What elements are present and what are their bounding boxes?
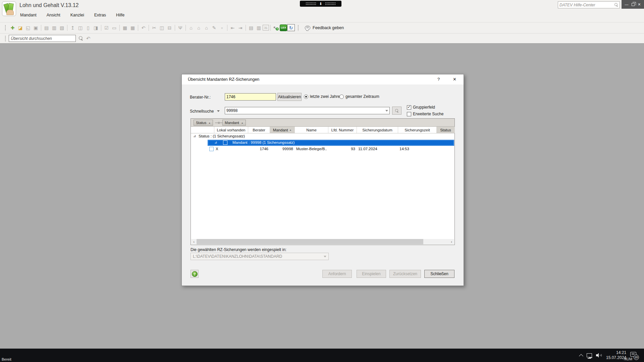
transfer-icon[interactable]: ◫ [76,24,84,31]
document-check-icon[interactable]: ▥ [255,24,263,31]
company-search-icon[interactable]: ⌂ [195,24,203,31]
mini-calendar-icon[interactable]: ▫ [218,24,226,31]
group-chip-mandant[interactable]: Mandant ▲ [222,120,246,126]
reset-search-icon[interactable]: ↶ [86,36,91,42]
horizontal-scrollbar[interactable]: ‹ › [191,239,454,244]
undo-icon[interactable]: ↶ [140,24,147,31]
gruppierfeld-checkbox[interactable]: Gruppierfeld [407,105,435,110]
company-icon[interactable]: ⌂ [187,24,195,31]
chevron-down-icon[interactable] [385,110,388,112]
group-chip-status[interactable]: Status ▲ [194,120,213,126]
tray-expand-icon[interactable] [579,354,583,358]
schlie-en-button[interactable]: Schließen [424,270,454,278]
column-header-sicherungszeit[interactable]: Sicherungszeit [398,127,437,133]
application-chrome: Lohn und Gehalt V.13.12 MandantAnsichtKa… [0,0,644,44]
paste-icon[interactable]: ⊟ [166,24,173,31]
column-header-select[interactable] [191,127,214,133]
new-document-icon[interactable]: ✚ [9,24,16,31]
radio-letzte-zwei-jahre[interactable]: letzte zwei Jahre [304,94,340,99]
column-header-label: Lfd. Nummer [331,128,354,132]
berater-nr-input[interactable] [225,93,276,101]
restore-button[interactable] [632,3,635,6]
column-header-sicherungsdatum[interactable]: Sicherungsdatum [357,127,398,133]
toolbar-separator [119,25,120,31]
toolbar-drag-handle[interactable] [5,25,6,31]
calendar-month-icon[interactable]: ▦ [129,24,137,31]
next-document-icon[interactable]: ⇥ [236,24,244,31]
send-icon[interactable]: ◨ [92,24,100,31]
action-center-icon[interactable]: 20 [630,352,638,359]
column-header-mandant[interactable]: Mandant▲ [270,127,295,133]
scroll-left-icon[interactable]: ‹ [191,239,197,244]
lex-info-icon[interactable]: LEX [280,24,287,31]
aktualisieren-button[interactable]: Aktualisieren [277,93,302,101]
column-header-berater[interactable]: Berater [248,127,270,133]
dialog-help-button[interactable]: ? [437,77,440,82]
menu-item-ansicht[interactable]: Ansicht [46,12,61,18]
erweiterte-suche-checkbox[interactable]: Erweiterte Suche [407,112,443,116]
feedback-geben-button[interactable]: Feedback geben [305,25,344,30]
checklist-icon[interactable]: ☑ [103,24,110,31]
column-header-status[interactable]: Status [437,127,455,133]
calendar-31-icon[interactable]: 31 [263,25,269,31]
close-window-icon[interactable]: ◱ [24,24,32,31]
menu-item-hilfe[interactable]: Hilfe [115,12,125,18]
org-tree-icon[interactable]: Ψ [176,24,184,31]
table-header: Lokal vorhandenBeraterMandant▲NameLfd. N… [191,127,454,133]
print-icon[interactable]: ▥ [50,24,58,31]
group-row-mandant-selected[interactable]: ⊿ Mandant : 99998 (1 Sicherungssatz) [191,140,454,146]
open-icon[interactable]: ◪ [16,24,24,31]
volume-icon[interactable] [596,353,602,358]
dialog-close-button[interactable]: ✕ [453,77,457,82]
company-report-icon[interactable]: ⌂ [203,24,210,31]
help-icon: ? [192,271,198,277]
network-icon[interactable] [587,353,592,357]
group-row-status[interactable]: ⊿ Status : (1 Sicherungssatz) [191,133,454,139]
export-icon[interactable]: ↥ [69,24,76,31]
minimize-button[interactable]: — [625,3,628,6]
expander-icon[interactable]: ⊿ [214,140,217,144]
radio-dot [304,95,308,99]
schnellsuche-search-button[interactable] [392,107,401,115]
print-settings-icon[interactable]: ▧ [58,24,66,31]
scrollbar-thumb[interactable] [197,239,423,244]
windows-taskbar: ✂T✓Ne✆O [0,349,644,362]
menu-item-kanzlei[interactable]: Kanzlei [70,12,85,18]
table-row[interactable]: X174699998Muster-Belege/B...9311.07.2024… [191,146,454,152]
search-icon[interactable] [614,3,618,7]
context-help-icon[interactable]: ↖? [272,24,280,31]
schnellsuche-label[interactable]: Schnellsuche [190,109,214,114]
schnellsuche-combobox[interactable]: 99998 [225,107,390,114]
schnellsuche-dropdown-icon[interactable] [217,110,220,112]
menu-item-extras[interactable]: Extras [94,12,107,18]
search-icon[interactable] [79,36,83,41]
close-button[interactable]: ✕ [638,3,641,6]
menu-item-mandant[interactable]: Mandant [19,12,37,18]
print-preview-icon[interactable]: ▤ [43,24,50,31]
radio-gesamter-zeitraum[interactable]: gesamter Zeitraum [339,94,379,99]
search-drag-handle[interactable] [5,36,6,42]
expander-icon[interactable]: ⊿ [193,134,196,138]
previous-document-icon[interactable]: ⇤ [229,24,236,31]
refresh-icon[interactable]: ↻ [287,24,295,31]
copy-icon[interactable]: ◫ [158,24,166,31]
cut-icon[interactable]: ✂ [150,24,158,31]
taskbar-clock[interactable]: 14:21 15.07.2024 [606,350,626,360]
document-coins-icon[interactable]: ▤ [247,24,255,31]
frame-icon[interactable]: ▭ [110,24,118,31]
column-header-lfd-nummer[interactable]: Lfd. Nummer [328,127,357,133]
datev-help-center-search[interactable]: DATEV Hilfe-Center [558,1,620,8]
calendar-week-icon[interactable]: ▦ [121,24,129,31]
cell-lokal-vorhanden: X [216,147,247,151]
dialog-help-round-button[interactable]: ? [191,270,199,278]
column-header-lokal-vorhanden[interactable]: Lokal vorhanden [214,127,248,133]
note-icon[interactable]: ▯ [84,24,92,31]
save-icon[interactable]: ▣ [32,24,40,31]
edit-icon[interactable]: ✎ [210,24,218,31]
scroll-right-icon[interactable]: › [449,239,454,244]
row-checkbox[interactable] [223,140,227,145]
overview-search-input[interactable]: Übersicht durchsuchen [9,35,76,42]
toolbar-drag-handle[interactable] [298,25,299,31]
row-checkbox[interactable] [209,147,214,151]
column-header-name[interactable]: Name [295,127,328,133]
